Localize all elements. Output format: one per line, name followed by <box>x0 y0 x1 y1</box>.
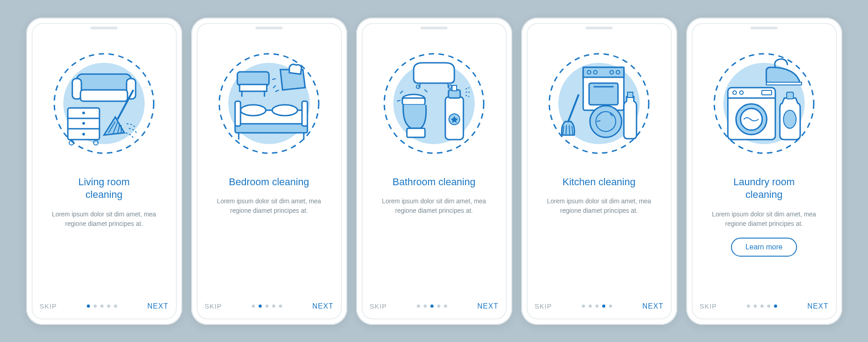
onboarding-footer: SKIP NEXT <box>700 302 829 310</box>
dot <box>424 305 427 308</box>
skip-button[interactable]: SKIP <box>205 302 222 310</box>
dot <box>417 305 420 308</box>
screen-title: Bedroom cleaning <box>229 176 309 189</box>
svg-point-23 <box>241 105 266 116</box>
dot <box>272 305 275 308</box>
svg-rect-56 <box>766 82 802 85</box>
page-indicator <box>252 305 282 308</box>
bathroom-icon <box>375 45 493 162</box>
dot <box>754 305 757 308</box>
phone-speaker <box>585 27 613 29</box>
phone-speaker <box>90 27 118 29</box>
svg-point-65 <box>783 110 796 128</box>
phone-speaker <box>750 27 778 29</box>
next-button[interactable]: NEXT <box>147 302 169 310</box>
dot <box>87 305 90 308</box>
svg-rect-38 <box>452 85 457 91</box>
screen-title: Living room cleaning <box>59 176 149 201</box>
dot <box>437 305 440 308</box>
dot <box>767 305 770 308</box>
dot <box>259 305 262 308</box>
dot <box>100 305 104 308</box>
dot <box>279 305 282 308</box>
dot <box>582 305 585 308</box>
svg-point-24 <box>272 105 297 116</box>
screen-description: Lorem ipsum dolor sit dim amet, mea regi… <box>375 197 493 216</box>
next-button[interactable]: NEXT <box>642 302 664 310</box>
screen-description: Lorem ipsum dolor sit dim amet, mea regi… <box>705 210 823 229</box>
skip-button[interactable]: SKIP <box>40 302 57 310</box>
svg-point-11 <box>82 133 85 136</box>
svg-rect-53 <box>627 92 633 98</box>
svg-rect-18 <box>240 84 267 91</box>
dot <box>602 305 605 308</box>
dot <box>252 305 255 308</box>
dot <box>774 305 777 308</box>
onboarding-screen-3: Bathroom cleaning Lorem ipsum dolor sit … <box>356 18 512 325</box>
next-button[interactable]: NEXT <box>477 302 499 310</box>
skip-button[interactable]: SKIP <box>370 302 387 310</box>
screen-description: Lorem ipsum dolor sit dim amet, mea regi… <box>210 197 328 216</box>
page-indicator <box>582 305 612 308</box>
skip-button[interactable]: SKIP <box>535 302 552 310</box>
page-indicator <box>87 305 117 308</box>
svg-rect-5 <box>80 90 127 101</box>
dot <box>94 305 97 308</box>
svg-rect-17 <box>237 72 269 85</box>
dot <box>430 305 434 308</box>
laundry-icon <box>705 45 823 162</box>
dot <box>107 305 110 308</box>
svg-rect-25 <box>235 101 241 126</box>
living-room-icon <box>45 45 163 162</box>
svg-rect-22 <box>235 124 307 133</box>
dot <box>595 305 599 308</box>
dot <box>609 305 612 308</box>
dot <box>444 305 447 308</box>
svg-point-10 <box>82 122 85 125</box>
onboarding-footer: SKIP NEXT <box>370 302 499 310</box>
learn-more-button[interactable]: Learn more <box>731 238 797 257</box>
next-button[interactable]: NEXT <box>807 302 829 310</box>
phone-speaker <box>420 27 448 29</box>
svg-rect-34 <box>402 98 425 105</box>
screen-title: Bathroom cleaning <box>392 176 475 189</box>
svg-rect-35 <box>407 128 425 137</box>
screen-title: Kitchen cleaning <box>562 176 635 189</box>
dot <box>589 305 592 308</box>
svg-rect-43 <box>583 67 624 77</box>
dot <box>265 305 269 308</box>
onboarding-footer: SKIP NEXT <box>205 302 334 310</box>
onboarding-footer: SKIP NEXT <box>40 302 169 310</box>
dot <box>114 305 117 308</box>
page-indicator <box>747 305 777 308</box>
dot <box>747 305 750 308</box>
onboarding-footer: SKIP NEXT <box>535 302 664 310</box>
kitchen-icon <box>540 45 658 162</box>
onboarding-screen-1: Living room cleaning Lorem ipsum dolor s… <box>26 18 182 325</box>
next-button[interactable]: NEXT <box>312 302 334 310</box>
svg-rect-64 <box>787 92 793 99</box>
phone-speaker <box>255 27 283 29</box>
screen-title: Laundry room cleaning <box>719 176 809 201</box>
bedroom-icon <box>210 45 328 162</box>
dot <box>760 305 764 308</box>
svg-rect-26 <box>302 101 307 126</box>
onboarding-screen-2: Bedroom cleaning Lorem ipsum dolor sit d… <box>191 18 347 325</box>
page-indicator <box>417 305 447 308</box>
screen-description: Lorem ipsum dolor sit dim amet, mea regi… <box>45 210 163 229</box>
svg-point-9 <box>82 112 85 114</box>
screen-description: Lorem ipsum dolor sit dim amet, mea regi… <box>540 197 658 216</box>
skip-button[interactable]: SKIP <box>700 302 717 310</box>
onboarding-screen-5: Laundry room cleaning Lorem ipsum dolor … <box>686 18 842 325</box>
svg-point-51 <box>590 106 622 137</box>
onboarding-screen-4: Kitchen cleaning Lorem ipsum dolor sit d… <box>521 18 677 325</box>
